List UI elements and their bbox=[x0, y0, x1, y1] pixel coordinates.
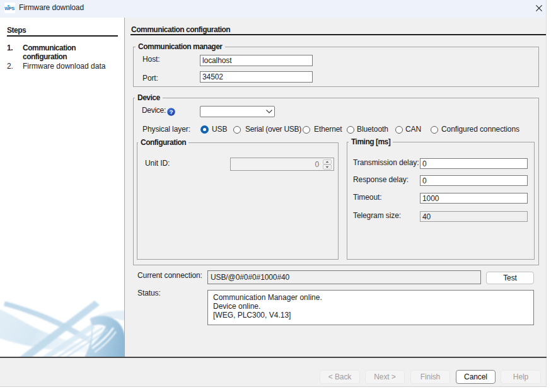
svg-text:WPS: WPS bbox=[4, 6, 14, 11]
svg-text:?: ? bbox=[170, 108, 173, 115]
